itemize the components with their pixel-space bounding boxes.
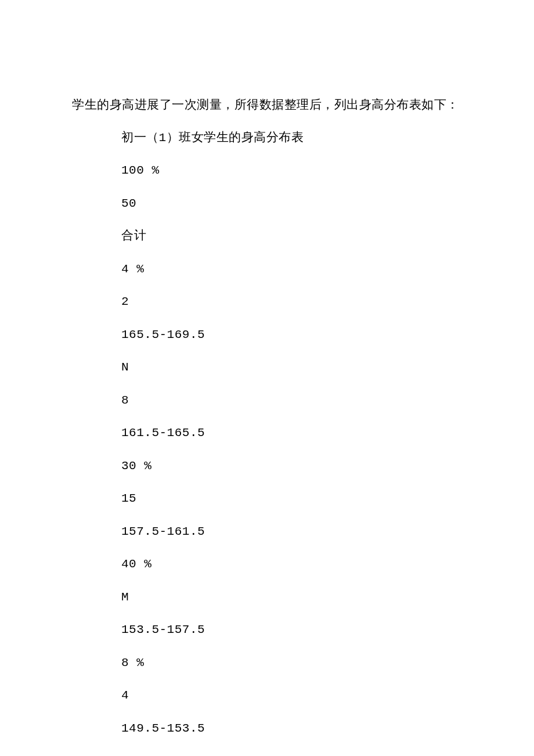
data-line: 40 % (121, 555, 476, 574)
data-line: 165.5-169.5 (121, 326, 476, 344)
data-line: M (121, 588, 476, 607)
data-line: 2 (121, 293, 476, 311)
table-title: 初一（1）班女学生的身高分布表 (121, 129, 476, 147)
data-line: 合计 (121, 227, 476, 246)
data-line: 161.5-165.5 (121, 424, 476, 442)
data-line: 8 % (121, 654, 476, 672)
data-line: 30 % (121, 457, 476, 476)
intro-text: 学生的身高进展了一次测量，所得数据整理后，列出身高分布表如下： (72, 96, 476, 114)
data-line: 100 % (121, 161, 476, 180)
data-line: N (121, 358, 476, 377)
data-line: 8 (121, 391, 476, 410)
data-line: 50 (121, 195, 476, 213)
data-line: 15 (121, 489, 476, 508)
data-line: 157.5-161.5 (121, 523, 476, 541)
data-line: 4 % (121, 260, 476, 279)
data-line: 149.5-153.5 (121, 719, 476, 738)
data-line: 153.5-157.5 (121, 621, 476, 639)
content-block: 初一（1）班女学生的身高分布表 100 % 50 合计 4 % 2 165.5-… (72, 129, 476, 738)
data-line: 4 (121, 686, 476, 705)
